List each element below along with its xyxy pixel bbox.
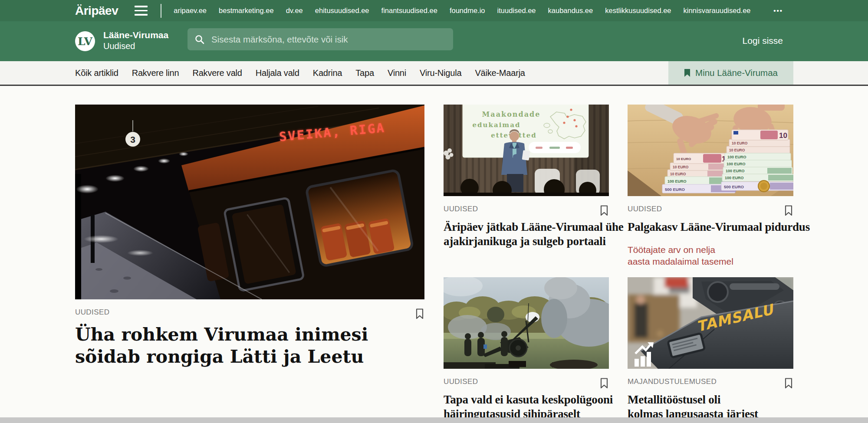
article-top-middle: Maakondade edukaimad ettevõtted <box>444 105 609 258</box>
svg-text:10 EURO: 10 EURO <box>732 141 748 145</box>
article-image[interactable] <box>444 277 609 371</box>
network-link[interactable]: bestmarketing.ee <box>219 7 274 15</box>
article-bottom-right: TAMSALU MAJANDUSTULEMUSED <box>628 277 793 423</box>
my-bookmarks-label: Minu Lääne-Virumaa <box>695 68 778 78</box>
more-links-button[interactable]: ••• <box>773 7 783 14</box>
network-link[interactable]: kestlikkusuudised.ee <box>605 7 671 15</box>
screen-text-line2: edukaimad <box>473 121 521 129</box>
platform-sign-text: 3 <box>130 134 135 144</box>
article-bottom-middle: UUDISED Tapa vald ei kasuta keskpolügoon… <box>444 277 609 423</box>
network-bar: Äripäev aripaev.ee bestmarketing.ee dv.e… <box>0 0 868 21</box>
network-link[interactable]: dv.ee <box>286 7 303 15</box>
bookmark-button[interactable] <box>784 377 793 389</box>
horizontal-scrollbar[interactable] <box>0 417 868 423</box>
svg-text:100 EURO: 100 EURO <box>726 169 745 173</box>
network-link[interactable]: kaubandus.ee <box>548 7 593 15</box>
site-header: LV Lääne-Virumaa Uudised Logi sisse <box>0 21 868 61</box>
category-label: UUDISED <box>444 205 478 213</box>
category-label: UUDISED <box>75 308 109 317</box>
svg-text:100 EURO: 100 EURO <box>727 155 746 159</box>
article-title-line2: ajakirjanikuga ja sulgeb portaali <box>444 234 609 249</box>
article-main-image[interactable]: SVEIKA, RIGA SVEIKA, RIGA 3 <box>75 105 424 301</box>
article-image[interactable]: 10 EURO 10 EURO 10 EURO 10 100 EURO 500 … <box>628 105 793 198</box>
article-subtitle-line1: Töötajate arv on nelja <box>628 244 793 256</box>
bookmark-button[interactable] <box>599 377 609 389</box>
right-money-fan: 10 EURO 10 EURO 10 100 EURO 100 EURO 100… <box>721 130 793 192</box>
article-title-line1: Üha rohkem Virumaa inimesi <box>75 324 424 346</box>
nav-item-haljala[interactable]: Haljala vald <box>256 68 299 78</box>
svg-text:500 EURO: 500 EURO <box>724 184 744 189</box>
article-title-line1: Tapa vald ei kasuta keskpolügooni <box>444 393 609 407</box>
bookmark-icon <box>784 377 793 389</box>
search-bar[interactable] <box>187 28 453 50</box>
article-subtitle[interactable]: Töötajate arv on nelja aasta madalaimal … <box>628 244 793 267</box>
my-bookmarks-button[interactable]: Minu Lääne-Virumaa <box>668 61 793 85</box>
article-subtitle-line2: aasta madalaimal tasemel <box>628 256 793 267</box>
network-link[interactable]: ituudised.ee <box>497 7 536 15</box>
network-link[interactable]: finantsuudised.ee <box>381 7 437 15</box>
hamburger-icon <box>135 6 148 16</box>
svg-text:100 EURO: 100 EURO <box>725 176 744 180</box>
nav-item-rakvere-linn[interactable]: Rakvere linn <box>132 68 179 78</box>
menu-button[interactable] <box>135 6 148 16</box>
svg-text:100 EURO: 100 EURO <box>727 162 746 166</box>
nav-item-all[interactable]: Kõik artiklid <box>75 68 118 78</box>
network-link[interactable]: kinnisvarauudised.ee <box>684 7 751 15</box>
article-title[interactable]: Palgakasv Lääne-Virumaal pidurdus <box>628 220 793 234</box>
category-label: MAJANDUSTULEMUSED <box>628 377 717 386</box>
svg-text:10 EURO: 10 EURO <box>676 157 691 161</box>
article-top-right: 10 EURO 10 EURO 10 EURO 10 100 EURO 500 … <box>628 105 793 267</box>
site-logo[interactable]: LV <box>75 31 95 51</box>
page: Äripäev aripaev.ee bestmarketing.ee dv.e… <box>0 0 868 423</box>
svg-text:10 EURO: 10 EURO <box>729 148 745 152</box>
site-title-name: Lääne-Virumaa <box>103 29 168 41</box>
site-title[interactable]: Lääne-Virumaa Uudised <box>103 29 168 52</box>
bookmark-filled-icon <box>684 69 690 77</box>
nav-item-kadrina[interactable]: Kadrina <box>313 68 342 78</box>
bookmark-button[interactable] <box>415 308 424 320</box>
article-title-line1: Palgakasv Lääne-Virumaal pidurdus <box>628 220 793 234</box>
divider <box>161 4 161 18</box>
svg-text:10 EURO: 10 EURO <box>670 172 686 176</box>
search-input[interactable] <box>210 34 446 45</box>
site-title-sub: Uudised <box>103 41 168 52</box>
article-image[interactable]: Maakondade edukaimad ettevõtted <box>444 105 609 198</box>
search-icon <box>194 34 205 45</box>
network-links: aripaev.ee bestmarketing.ee dv.ee ehitus… <box>174 7 750 15</box>
svg-text:10: 10 <box>779 131 787 140</box>
nav-item-vinni[interactable]: Vinni <box>388 68 406 78</box>
bookmark-icon <box>784 205 793 216</box>
login-button[interactable]: Logi sisse <box>743 36 783 46</box>
header: Äripäev aripaev.ee bestmarketing.ee dv.e… <box>0 0 868 86</box>
svg-text:100 EURO: 100 EURO <box>667 179 687 184</box>
category-label: UUDISED <box>444 377 478 386</box>
svg-text:500 EURO: 500 EURO <box>665 187 685 192</box>
article-main: SVEIKA, RIGA SVEIKA, RIGA 3 UUDISED <box>75 105 424 380</box>
article-title-line2: sõidab rongiga Lätti ja Leetu <box>75 346 424 368</box>
network-link[interactable]: ehitusuudised.ee <box>315 7 369 15</box>
category-label: UUDISED <box>628 205 662 213</box>
article-title-line1: Metallitööstusel oli <box>628 393 793 407</box>
article-title[interactable]: Äripäev jätkab Lääne-Virumaal ühe ajakir… <box>444 220 609 249</box>
article-title-line1: Äripäev jätkab Lääne-Virumaal ühe <box>444 220 609 234</box>
article-image[interactable]: TAMSALU <box>628 277 793 371</box>
bookmark-icon <box>599 377 609 389</box>
svg-text:10 EURO: 10 EURO <box>673 165 689 169</box>
bookmark-button[interactable] <box>599 205 609 216</box>
bookmark-button[interactable] <box>784 205 793 216</box>
nav-item-tapa[interactable]: Tapa <box>355 68 374 78</box>
nav-item-rakvere-vald[interactable]: Rakvere vald <box>192 68 242 78</box>
bookmark-icon <box>599 205 609 216</box>
bookmark-icon <box>415 308 424 320</box>
network-link[interactable]: aripaev.ee <box>174 7 207 15</box>
article-title[interactable]: Üha rohkem Virumaa inimesi sõidab rongig… <box>75 324 424 368</box>
nav-item-viru-nigula[interactable]: Viru-Nigula <box>420 68 461 78</box>
aripaev-logo[interactable]: Äripäev <box>75 4 118 18</box>
screen-text-line1: Maakondade <box>482 110 541 118</box>
section-nav: Kõik artiklid Rakvere linn Rakvere vald … <box>0 61 868 86</box>
nav-item-vaike-maarja[interactable]: Väike-Maarja <box>475 68 525 78</box>
network-link[interactable]: foundme.io <box>450 7 485 15</box>
